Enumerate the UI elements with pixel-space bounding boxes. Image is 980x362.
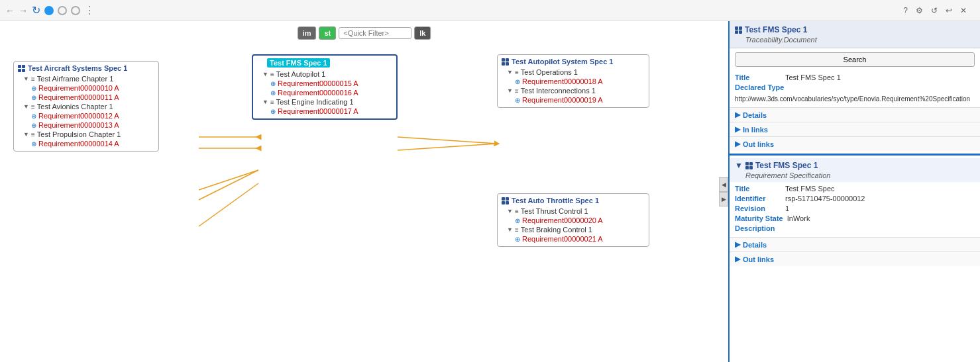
panel-divider	[730, 154, 980, 156]
details2-chevron-icon: ▶	[735, 240, 740, 249]
globe-icon: ⊕	[515, 217, 520, 224]
in-links-chevron-icon: ▶	[735, 125, 740, 134]
tree-item: ⊕ Requirement00000013 A	[18, 120, 154, 130]
right2-node-title: Test Auto Throttle Spec 1	[502, 197, 645, 204]
details-chevron-icon: ▶	[735, 111, 740, 119]
toggle-left[interactable]: ◀	[719, 177, 728, 192]
panel-title-section2: Test FMS Spec 1	[755, 161, 818, 170]
tree-item: ⊕ Requirement00000016 A	[257, 88, 392, 97]
right1-node-label: Test Autopilot System Spec 1	[512, 58, 613, 66]
out-links-collapsible[interactable]: ▶ Out links	[730, 136, 980, 151]
chevron-icon: ▼	[507, 87, 513, 94]
right2-node[interactable]: Test Auto Throttle Spec 1 ▼ ≡ Test Thrus…	[497, 193, 649, 247]
search-button[interactable]: Search	[735, 52, 975, 67]
left-node-grid-icon	[18, 65, 25, 72]
tree-item: ▼ ≡ Test Engine Indicating 1	[257, 97, 392, 107]
right1-node-grid-icon	[502, 58, 509, 66]
out-links2-collapsible[interactable]: ▶ Out links	[730, 251, 980, 266]
req-label: Requirement00000017 A	[278, 107, 358, 115]
chevron-icon: ▼	[507, 226, 513, 233]
chevron-icon: ▼	[23, 75, 29, 82]
globe-icon: ⊕	[31, 113, 36, 120]
declared-type-value: http://www.3ds.com/vocabularies/syc/type…	[735, 95, 970, 103]
center-node-title: Test FMS Spec 1	[257, 58, 392, 68]
req-label: Requirement00000014 A	[38, 140, 119, 148]
revision-field: Revision 1	[735, 204, 975, 212]
panel-header-top: Test FMS Spec 1	[735, 25, 975, 34]
back2-icon[interactable]: ↩	[946, 6, 952, 15]
chevron-icon: ▼	[262, 71, 268, 77]
globe-icon: ⊕	[515, 236, 520, 243]
svg-line-3	[199, 170, 258, 200]
identifier-label: Identifier	[735, 195, 781, 203]
tree-item-label: Test Engine Indicating 1	[276, 98, 354, 106]
tree-item-label: Test Autopilot 1	[276, 70, 326, 78]
st-filter-button[interactable]: st	[319, 26, 336, 40]
back-button[interactable]: ←	[5, 5, 15, 16]
help-icon[interactable]: ?	[903, 6, 908, 15]
lk-filter-button[interactable]: lk	[414, 26, 431, 40]
details2-collapsible[interactable]: ▶ Details	[730, 237, 980, 251]
tree-item: ▼ ≡ Test Airframe Chapter 1	[18, 74, 154, 83]
panel-toggle[interactable]: ◀ ▶	[719, 177, 728, 206]
status-dot-outline2	[71, 6, 80, 15]
chevron-icon: ▼	[262, 99, 268, 105]
out-links-label: Out links	[743, 140, 774, 148]
req-label: Requirement00000019 A	[522, 96, 603, 104]
svg-line-4	[199, 183, 258, 226]
right2-node-label: Test Auto Throttle Spec 1	[512, 197, 599, 204]
settings-icon[interactable]: ⚙	[916, 6, 923, 15]
more-menu-button[interactable]: ⋮	[84, 4, 95, 17]
left-node[interactable]: Test Aircraft Systems Spec 1 ▼ ≡ Test Ai…	[13, 61, 159, 152]
req-label: Requirement00000020 A	[522, 216, 603, 224]
forward-button[interactable]: →	[19, 5, 28, 16]
doc-icon: ≡	[31, 75, 35, 83]
panel-section-fields: Title Test FMS Spec 1 Declared Type http…	[730, 71, 980, 107]
in-links-collapsible[interactable]: ▶ In links	[730, 122, 980, 136]
right1-node[interactable]: Test Autopilot System Spec 1 ▼ ≡ Test Op…	[497, 54, 649, 108]
quick-filter-input[interactable]	[339, 27, 411, 39]
close-icon[interactable]: ✕	[960, 6, 967, 15]
in-links-label: In links	[743, 126, 768, 134]
title-field-value: Test FMS Spec 1	[785, 73, 841, 81]
refresh-button[interactable]: ↻	[32, 4, 40, 17]
top-right-icons: ? ⚙ ↺ ↩ ✕	[903, 6, 975, 15]
tree-item: ▼ ≡ Test Autopilot 1	[257, 69, 392, 79]
declared-type-label: Declared Type	[735, 83, 784, 91]
doc-icon: ≡	[515, 226, 519, 234]
tree-item: ⊕ Requirement00000012 A	[18, 111, 154, 120]
description-field: Description	[735, 224, 975, 232]
identifier-field: Identifier rsp-51710475-00000012	[735, 195, 975, 203]
doc-icon: ≡	[31, 103, 35, 111]
globe-icon: ⊕	[270, 108, 276, 115]
globe-icon: ⊕	[31, 140, 36, 148]
tree-item: ⊕ Requirement00000019 A	[502, 95, 645, 105]
globe-icon: ⊕	[515, 97, 520, 104]
center-node[interactable]: Test FMS Spec 1 ▼ ≡ Test Autopilot 1 ⊕ R…	[252, 54, 398, 120]
tree-item-label: Test Airframe Chapter 1	[37, 75, 114, 83]
tree-item: ⊕ Requirement00000020 A	[502, 216, 645, 225]
req-label: Requirement00000011 A	[38, 93, 119, 101]
reload-icon[interactable]: ↺	[931, 6, 938, 15]
tree-item: ⊕ Requirement00000017 A	[257, 107, 392, 116]
graph-area: ◀ ▶ im st lk	[0, 21, 728, 362]
im-filter-button[interactable]: im	[298, 26, 317, 40]
tree-item: ▼ ≡ Test Propulsion Chapter 1	[18, 130, 154, 139]
identifier-value: rsp-51710475-00000012	[785, 195, 865, 203]
globe-icon: ⊕	[270, 89, 276, 97]
tree-item: ▼ ≡ Test Braking Control 1	[502, 225, 645, 234]
details-collapsible[interactable]: ▶ Details	[730, 107, 980, 122]
main-container: ◀ ▶ im st lk	[0, 21, 980, 362]
panel-subtitle-section1: Traceability.Document	[745, 36, 975, 44]
toolbar-left: ← → ↻ ⋮	[5, 4, 95, 17]
svg-line-2	[199, 170, 258, 190]
tree-item: ⊕ Requirement00000011 A	[18, 93, 154, 102]
declared-type-field: Declared Type http://www.3ds.com/vocabul…	[735, 83, 975, 103]
toggle-right[interactable]: ▶	[719, 192, 728, 206]
tree-item-label: Test Avionics Chapter 1	[37, 103, 113, 111]
details-label: Details	[743, 111, 767, 119]
tree-item-label: Test Interconnections 1	[521, 87, 596, 95]
req-label: Requirement00000013 A	[38, 121, 119, 129]
revision-value: 1	[785, 204, 789, 212]
req-label: Requirement00000018 A	[522, 77, 603, 85]
